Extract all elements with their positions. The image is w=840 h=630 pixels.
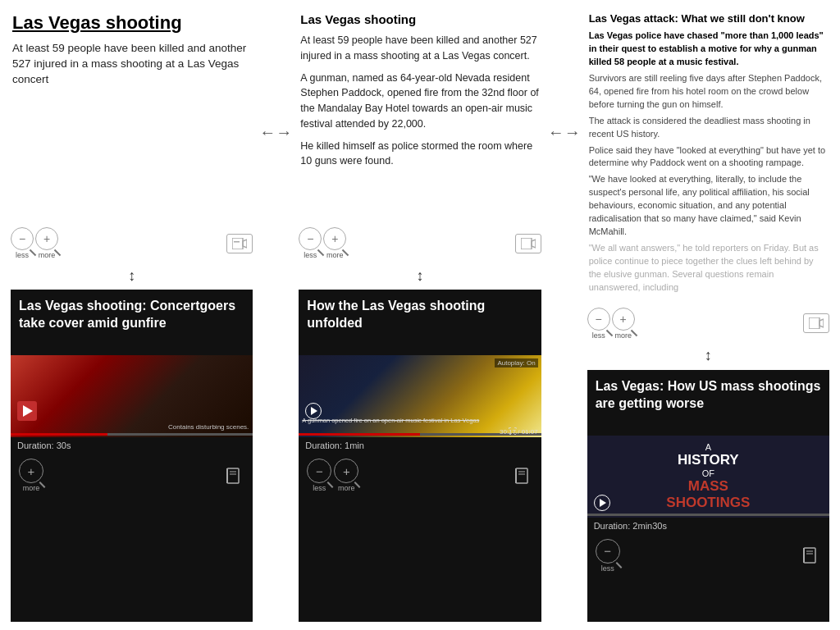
col2-zoom-more-label: more [326, 251, 344, 259]
arrow-left-right-2: ←→ [548, 123, 581, 142]
col1-top-text: Las Vegas shooting At least 59 people ha… [11, 8, 253, 221]
col2-bottom-zoom-more-btn[interactable]: + more [334, 459, 358, 492]
column-2: Las Vegas shooting At least 59 people ha… [292, 8, 547, 622]
col3-article-title: Las Vegas attack: What we still don't kn… [589, 12, 828, 25]
col1-zoom-less-btn[interactable]: − less [11, 227, 34, 259]
col1-video-thumb: Contains disturbing scenes. [11, 355, 253, 437]
col2-zoom-more-icon[interactable]: + [323, 227, 346, 250]
col2-book-icon[interactable] [510, 464, 533, 487]
col2-duration: Duration: 1min [299, 437, 541, 454]
col2-video-time: 30:17 / 01:07 [500, 428, 538, 436]
col2-zoom-less-label: less [304, 251, 317, 259]
col1-zoom-less-icon[interactable]: − [11, 227, 34, 250]
col3-top-text: Las Vegas attack: What we still don't kn… [587, 8, 829, 302]
svg-rect-2 [234, 241, 240, 243]
svg-marker-8 [532, 240, 536, 248]
col2-video-thumb: Autoplay: On A gunman opened fire on an … [299, 355, 541, 437]
col2-bottom-zoom-less-label: less [313, 484, 326, 492]
svg-rect-13 [809, 317, 819, 329]
col3-history-overlay: A HISTORY OF MASS SHOOTINGS [587, 436, 829, 518]
col1-headline: Las Vegas shooting [12, 12, 251, 33]
col1-bottom-zoom-more-icon[interactable]: + [19, 459, 43, 483]
col3-down-arrow-row: ↕ [587, 344, 829, 368]
col3-video-thumb: A HISTORY OF MASS SHOOTINGS [587, 436, 829, 518]
col3-zoom-more-icon[interactable]: + [612, 308, 635, 331]
col3-para2: Survivors are still reeling five days af… [589, 72, 828, 112]
col3-para1: Las Vegas police have chased "more than … [589, 30, 828, 69]
col3-bottom-zoom-less-btn[interactable]: − less [596, 539, 620, 573]
col2-bottom-controls: − less + more [299, 454, 541, 497]
svg-rect-3 [227, 468, 239, 483]
col2-bottom-zoom: − less + more [307, 459, 358, 492]
col3-zoom-less-btn[interactable]: − less [587, 308, 610, 340]
col2-bottom-zoom-less-btn[interactable]: − less [307, 459, 331, 492]
col2-para1: At least 59 people have been killed and … [300, 33, 539, 64]
col3-play-btn[interactable] [594, 495, 610, 511]
col1-body: At least 59 people have been killed and … [12, 41, 251, 88]
col2-article-title: Las Vegas shooting [300, 12, 539, 26]
col2-down-arrow-row: ↕ [299, 263, 541, 288]
col1-progress-bar [11, 433, 253, 436]
col1-controls: − less + more [11, 225, 253, 262]
col2-top-text: Las Vegas shooting At least 59 people ha… [299, 8, 541, 221]
svg-rect-9 [516, 468, 527, 483]
col1-bottom-zoom: + more [19, 459, 43, 492]
col1-video-title: Las Vegas shooting: Concertgoers take co… [11, 290, 253, 355]
col2-zoom-less-icon[interactable]: − [299, 227, 322, 250]
col1-bottom-controls: + more [11, 454, 253, 497]
col2-down-arrow: ↕ [416, 267, 423, 285]
col1-duration: Duration: 30s [11, 437, 253, 454]
col1-book-icon[interactable] [221, 464, 244, 487]
column-1: Las Vegas shooting At least 59 people ha… [4, 8, 259, 622]
col3-history-history: HISTORY [678, 452, 739, 468]
svg-rect-7 [521, 238, 532, 249]
col2-bottom-zoom-more-label: more [338, 484, 355, 492]
col1-bottom-zoom-more-label: more [23, 484, 40, 492]
col3-bottom-zoom-less-label: less [601, 564, 614, 573]
col1-down-arrow-row: ↕ [11, 263, 253, 288]
col2-video-card: How the Las Vegas shooting unfolded Auto… [299, 290, 541, 622]
col2-zoom-less-btn[interactable]: − less [299, 227, 322, 259]
col1-play-triangle [23, 405, 33, 417]
col1-video-icon[interactable] [226, 234, 253, 253]
col3-bottom-zoom: − less [596, 539, 620, 573]
col2-video-icon[interactable] [515, 234, 541, 253]
arrow-col2-col3: ←→ [548, 8, 581, 622]
col3-video-title: Las Vegas: How US mass shootings are get… [587, 370, 829, 436]
col2-bottom-zoom-more-icon[interactable]: + [334, 459, 358, 483]
col2-video-title: How the Las Vegas shooting unfolded [299, 290, 541, 355]
col2-bottom-zoom-less-icon[interactable]: − [307, 459, 331, 483]
col3-video-icon[interactable] [803, 313, 829, 333]
col3-para3: The attack is considered the deadliest m… [589, 115, 828, 141]
col1-play-btn[interactable] [17, 401, 37, 421]
arrow-left-right-1: ←→ [259, 123, 292, 142]
col3-progress-bar [587, 514, 829, 516]
col2-progress-fill [299, 433, 420, 436]
col1-zoom-more-btn[interactable]: + more [35, 227, 58, 259]
col2-zoom-more-btn[interactable]: + more [323, 227, 346, 259]
col3-book-icon[interactable] [798, 544, 821, 567]
col2-zoom-controls: − less + more [299, 227, 346, 259]
col2-fullscreen-icon[interactable]: ⛶ [509, 427, 517, 436]
col1-bottom-zoom-more-btn[interactable]: + more [19, 459, 43, 492]
col2-autoplay-badge: Autoplay: On [495, 358, 537, 368]
arrow-col1-col2: ←→ [259, 8, 292, 622]
col3-zoom-less-icon[interactable]: − [587, 308, 610, 331]
svg-marker-14 [819, 319, 824, 327]
col3-history-a: A [705, 442, 711, 452]
col3-bottom-zoom-less-icon[interactable]: − [596, 539, 620, 564]
column-3: Las Vegas attack: What we still don't kn… [581, 8, 836, 622]
col3-controls: − less + more [587, 305, 829, 342]
col1-zoom-more-icon[interactable]: + [35, 227, 58, 250]
col2-play-triangle [311, 407, 317, 415]
col3-zoom-more-btn[interactable]: + more [612, 308, 635, 340]
col3-para4: Police said they have "looked at everyth… [589, 144, 828, 171]
col1-down-arrow: ↕ [128, 267, 135, 285]
col3-video-card: Las Vegas: How US mass shootings are get… [587, 370, 829, 622]
col3-bottom-controls: − less [587, 534, 829, 578]
col3-zoom-more-label: more [614, 331, 632, 340]
col2-video-overlay-text: A gunman opened fire on an open-air musi… [302, 417, 537, 424]
col2-para2: A gunman, named as 64-year-old Nevada re… [300, 71, 539, 132]
svg-marker-1 [243, 240, 247, 248]
col3-down-arrow: ↕ [705, 347, 712, 364]
